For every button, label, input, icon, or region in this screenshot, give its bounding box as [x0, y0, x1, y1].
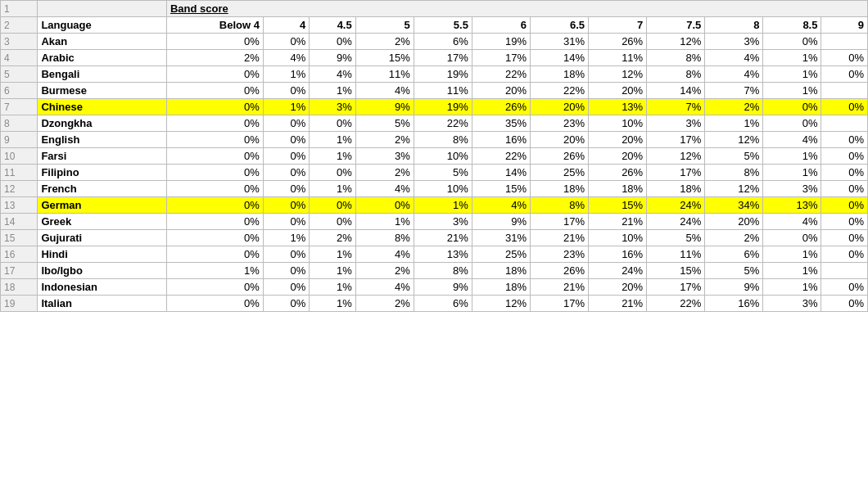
value-cell: 2% — [355, 34, 414, 50]
value-cell: 0% — [821, 181, 868, 197]
value-cell: 0% — [166, 246, 263, 263]
language-cell: Arabic — [38, 50, 167, 66]
value-cell: 5% — [705, 263, 763, 279]
value-cell: 13% — [763, 197, 821, 214]
value-cell: 1% — [310, 246, 355, 263]
value-cell: 0% — [821, 246, 868, 263]
value-cell: 0% — [166, 34, 263, 50]
value-cell: 20% — [589, 279, 647, 296]
value-cell: 13% — [589, 99, 647, 115]
table-row: 8Dzongkha0%0%0%5%22%35%23%10%3%1%0% — [1, 115, 868, 132]
value-cell: 0% — [821, 148, 868, 165]
value-cell: 10% — [589, 115, 647, 132]
value-cell: 1% — [763, 279, 821, 296]
value-cell: 8% — [355, 230, 414, 246]
table-row: 15Gujurati0%1%2%8%21%31%21%10%5%2%0%0% — [1, 230, 868, 246]
value-cell: 0% — [166, 214, 263, 230]
value-cell: 0% — [166, 197, 263, 214]
row-num: 16 — [1, 246, 38, 263]
value-cell: 2% — [705, 99, 763, 115]
value-cell: 0% — [763, 34, 821, 50]
language-cell: Greek — [38, 214, 167, 230]
value-cell: 1% — [355, 214, 414, 230]
table-row: 17Ibo/Igbo1%0%1%2%8%18%26%24%15%5%1% — [1, 263, 868, 279]
value-cell: 21% — [414, 230, 472, 246]
row-num: 7 — [1, 99, 38, 115]
value-cell: 4% — [355, 83, 414, 99]
value-cell: 1% — [310, 148, 355, 165]
language-cell: Filipino — [38, 165, 167, 181]
value-cell: 1% — [310, 132, 355, 148]
row-num: 8 — [1, 115, 38, 132]
value-cell: 10% — [414, 148, 472, 165]
value-cell: 1% — [763, 263, 821, 279]
value-cell: 11% — [589, 50, 647, 66]
value-cell: 9% — [310, 50, 355, 66]
row-num: 9 — [1, 132, 38, 148]
language-cell: Italian — [38, 296, 167, 312]
col-header-7: 7 — [589, 17, 647, 34]
table-row: 12French0%0%1%4%10%15%18%18%18%12%3%0% — [1, 181, 868, 197]
value-cell: 17% — [647, 165, 705, 181]
value-cell: 17% — [530, 214, 588, 230]
value-cell: 17% — [647, 279, 705, 296]
value-cell: 3% — [763, 181, 821, 197]
value-cell: 8% — [414, 263, 472, 279]
value-cell: 1% — [414, 197, 472, 214]
col-header-6: 6 — [472, 17, 530, 34]
row-num-1: 1 — [1, 1, 38, 17]
value-cell: 2% — [355, 165, 414, 181]
value-cell: 25% — [530, 165, 588, 181]
value-cell: 9% — [705, 279, 763, 296]
row-num: 11 — [1, 165, 38, 181]
language-cell: Bengali — [38, 66, 167, 83]
col-header-8: 8 — [705, 17, 763, 34]
value-cell: 3% — [647, 115, 705, 132]
value-cell: 23% — [530, 246, 588, 263]
value-cell: 0% — [763, 99, 821, 115]
value-cell: 26% — [530, 148, 588, 165]
value-cell: 11% — [647, 246, 705, 263]
value-cell: 18% — [647, 181, 705, 197]
value-cell: 0% — [263, 296, 309, 312]
value-cell: 26% — [589, 165, 647, 181]
table-row: 4Arabic2%4%9%15%17%17%14%11%8%4%1%0% — [1, 50, 868, 66]
table-row: 19Italian0%0%1%2%6%12%17%21%22%16%3%0% — [1, 296, 868, 312]
value-cell: 20% — [589, 83, 647, 99]
col-header-4: 4 — [263, 17, 309, 34]
value-cell: 0% — [821, 132, 868, 148]
value-cell: 2% — [705, 230, 763, 246]
value-cell: 5% — [414, 165, 472, 181]
value-cell: 12% — [647, 34, 705, 50]
value-cell: 10% — [589, 230, 647, 246]
value-cell: 20% — [472, 83, 530, 99]
value-cell: 0% — [263, 132, 309, 148]
header-row: 2 Language Below 4 4 4.5 5 5.5 6 6.5 7 7… — [1, 17, 868, 34]
col-header-9: 9 — [821, 17, 868, 34]
value-cell: 35% — [472, 115, 530, 132]
value-cell: 0% — [263, 279, 309, 296]
value-cell: 1% — [763, 66, 821, 83]
value-cell: 21% — [589, 296, 647, 312]
value-cell: 0% — [821, 99, 868, 115]
language-cell: Dzongkha — [38, 115, 167, 132]
value-cell: 26% — [589, 34, 647, 50]
value-cell — [821, 263, 868, 279]
empty-cell-1 — [38, 1, 167, 17]
value-cell: 0% — [310, 214, 355, 230]
value-cell: 4% — [355, 181, 414, 197]
value-cell: 0% — [166, 148, 263, 165]
value-cell: 1% — [263, 66, 309, 83]
language-cell: Indonesian — [38, 279, 167, 296]
value-cell: 21% — [530, 279, 588, 296]
value-cell: 0% — [166, 296, 263, 312]
value-cell: 3% — [705, 34, 763, 50]
value-cell: 0% — [821, 66, 868, 83]
value-cell: 0% — [263, 214, 309, 230]
row-1: 1 Band score — [1, 1, 868, 17]
value-cell: 4% — [705, 66, 763, 83]
value-cell: 15% — [472, 181, 530, 197]
row-num: 19 — [1, 296, 38, 312]
value-cell: 0% — [166, 115, 263, 132]
row-num-2: 2 — [1, 17, 38, 34]
